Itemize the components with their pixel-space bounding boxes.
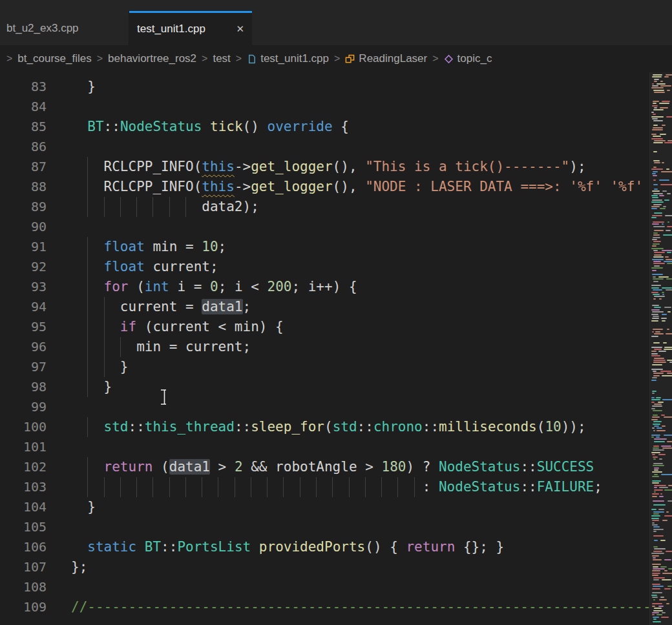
- code-line[interactable]: 97 }: [0, 357, 650, 377]
- minimap-line: [651, 112, 654, 113]
- minimap-line: [652, 245, 656, 247]
- minimap-line: [661, 474, 672, 475]
- code-token: {}; }: [455, 539, 504, 555]
- minimap-line: [653, 90, 664, 91]
- minimap-line: [654, 404, 662, 405]
- minimap-line: [652, 129, 663, 130]
- code-token: float: [104, 259, 145, 274]
- breadcrumb-item[interactable]: topic_c: [444, 52, 492, 65]
- breadcrumb-item[interactable]: behaviortree_ros2: [108, 52, 196, 65]
- minimap-line: [653, 160, 660, 161]
- breadcrumb-item[interactable]: ReadingLaser: [345, 52, 427, 65]
- indent-guide: [87, 417, 88, 437]
- code-line[interactable]: 103 : NodeStatus::FAILURE;: [0, 477, 650, 497]
- code-text: current = data1;: [71, 297, 251, 317]
- minimap-line: [654, 487, 657, 488]
- code-line[interactable]: 96 min = current;: [0, 337, 650, 357]
- code-line[interactable]: 89 data2);: [0, 197, 650, 217]
- minimap-line: [662, 162, 664, 163]
- code-line[interactable]: 85 BT::NodeStatus tick() override {: [0, 117, 650, 137]
- code-line[interactable]: 98 }: [0, 377, 650, 397]
- code-text: static BT::PortsList providedPorts() { r…: [71, 537, 504, 557]
- code-line[interactable]: 84: [0, 97, 650, 117]
- breadcrumb-item[interactable]: test: [213, 52, 230, 65]
- minimap-line: [653, 415, 658, 416]
- tab-bt-u2-ex3[interactable]: bt_u2_ex3.cpp: [0, 11, 129, 45]
- editor[interactable]: 83 }8485 BT::NodeStatus tick() override …: [0, 72, 672, 625]
- minimap-line: [652, 393, 655, 394]
- code-token: return: [104, 459, 153, 475]
- code-line[interactable]: 107};: [0, 557, 650, 577]
- minimap-line: [654, 79, 659, 80]
- code-line[interactable]: 101: [0, 437, 650, 457]
- breadcrumb-separator: >: [334, 53, 340, 65]
- code-line[interactable]: 108: [0, 577, 650, 597]
- minimap-line: [662, 250, 672, 251]
- code-token: std: [104, 419, 129, 435]
- minimap-line: [653, 599, 655, 600]
- line-number: 97: [0, 357, 47, 377]
- minimap-line: [667, 226, 672, 227]
- code-line[interactable]: 90: [0, 217, 650, 237]
- code-token: NodeStatus: [439, 479, 520, 495]
- breadcrumb-item[interactable]: bt_course_files: [17, 52, 91, 65]
- indent-guide: [152, 197, 153, 217]
- code-line[interactable]: 106 static BT::PortsList providedPorts()…: [0, 537, 650, 557]
- code-token: ->: [235, 159, 251, 174]
- code-line[interactable]: 92 float current;: [0, 257, 650, 277]
- minimap-line: [658, 454, 666, 455]
- code-line[interactable]: 93 for (int i = 0; i < 200; i++) {: [0, 277, 650, 297]
- code-line[interactable]: 87 RCLCPP_INFO(this->get_logger(), "This…: [0, 157, 650, 177]
- minimap-line: [651, 309, 660, 311]
- minimap-line: [659, 103, 669, 104]
- code-text: //--------------------------------------…: [71, 597, 650, 617]
- minimap-line: [662, 573, 672, 574]
- close-icon[interactable]: ✕: [236, 23, 244, 35]
- code-token: milliseconds: [439, 419, 537, 435]
- minimap-line: [664, 76, 669, 77]
- code-line[interactable]: 109//-----------------------------------…: [0, 597, 650, 617]
- code-line[interactable]: 94 current = data1;: [0, 297, 650, 317]
- code-line[interactable]: 95 if (current < min) {: [0, 317, 650, 337]
- minimap-line: [653, 151, 657, 152]
- code-line[interactable]: 88 RCLCPP_INFO(this->get_logger(), "NODE…: [0, 177, 650, 197]
- minimap-line: [651, 397, 655, 398]
- code-token: ;: [594, 479, 602, 495]
- minimap-line: [653, 577, 665, 579]
- code-token: return: [406, 539, 455, 555]
- code-token: //--------------------------------------…: [71, 599, 650, 615]
- code-text: RCLCPP_INFO(this->get_logger(), "This is…: [71, 157, 586, 177]
- code-line[interactable]: 100 std::this_thread::sleep_for(std::chr…: [0, 417, 650, 437]
- minimap-line: [652, 215, 662, 216]
- minimap-line: [666, 603, 670, 604]
- code-line[interactable]: 105: [0, 517, 650, 537]
- minimap-line: [653, 456, 658, 458]
- minimap-line: [666, 278, 672, 280]
- minimap-line: [654, 333, 664, 334]
- code-line[interactable]: 99: [0, 397, 650, 417]
- code-token: data2);: [71, 199, 259, 214]
- minimap-line: [652, 364, 662, 365]
- code-line[interactable]: 86: [0, 137, 650, 157]
- minimap-line: [651, 248, 664, 249]
- code-line[interactable]: 102 return (data1 > 2 && robotAngle > 18…: [0, 457, 650, 477]
- minimap-line: [664, 489, 672, 491]
- tab-test-unit1[interactable]: test_unit1.cpp ✕: [129, 11, 252, 45]
- line-number: 98: [0, 377, 47, 397]
- code-token: (),: [333, 159, 366, 174]
- minimap-line: [658, 276, 669, 278]
- minimap[interactable]: [649, 72, 672, 625]
- minimap-line: [651, 402, 655, 403]
- minimap-line: [662, 375, 672, 376]
- minimap-line: [659, 298, 662, 300]
- indent-guide: [185, 197, 186, 217]
- minimap-line: [654, 438, 667, 440]
- breadcrumb-item[interactable]: test_unit1.cpp: [247, 52, 329, 65]
- indent-guide: [87, 257, 88, 277]
- code-line[interactable]: 91 float min = 10;: [0, 237, 650, 257]
- breadcrumb-separator: >: [97, 53, 103, 65]
- minimap-line: [652, 331, 654, 333]
- minimap-line: [667, 221, 669, 223]
- code-line[interactable]: 83 }: [0, 77, 650, 97]
- code-line[interactable]: 104 }: [0, 497, 650, 517]
